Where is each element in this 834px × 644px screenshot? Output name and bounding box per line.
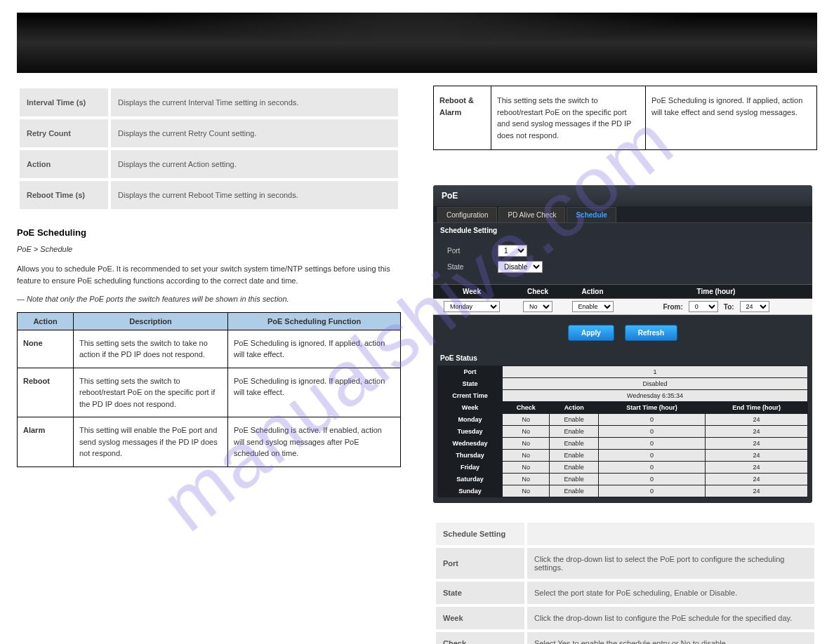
tab-pd-alive-check[interactable]: PD Alive Check [498, 207, 565, 222]
right-column: Reboot & AlarmThis setting sets the swit… [433, 86, 817, 644]
poe-app-screenshot: PoE Configuration PD Alive Check Schedul… [433, 185, 812, 503]
action-select[interactable]: Enable [572, 301, 614, 312]
stat-week-head: Week [438, 402, 503, 414]
stat-check: No [503, 474, 550, 485]
grey-label: Retry Count [18, 118, 110, 149]
stat-start: 0 [598, 426, 705, 438]
stat-day: Thursday [438, 450, 503, 462]
gh-time: Time (hour) [620, 285, 812, 298]
from-label: From: [663, 303, 682, 311]
stat-end: 24 [706, 438, 808, 450]
to-select[interactable]: 24 [740, 301, 769, 312]
stat-col-head: Start Time (hour) [598, 402, 705, 414]
stat-action: Enable [550, 485, 598, 497]
stat-day: Sunday [438, 485, 503, 497]
port-row: Port 1 [447, 245, 798, 257]
stat-end: 24 [706, 450, 808, 462]
app-tabs: Configuration PD Alive Check Schedule [433, 206, 812, 223]
grey-desc: Displays the current Retry Count setting… [110, 118, 399, 149]
stat-start: 0 [598, 462, 705, 474]
state-select[interactable]: Disable [498, 261, 543, 273]
settings-desc: Click the drop-down list to configure th… [526, 605, 816, 631]
stat-action: Enable [550, 438, 598, 450]
intro-para-2: — Note that only the PoE ports the switc… [17, 293, 401, 305]
stat-day: Tuesday [438, 426, 503, 438]
stat-start: 0 [598, 450, 705, 462]
stat-row-val: 1 [503, 366, 808, 378]
col-description: Description [74, 312, 228, 330]
stat-row-val: Wednesday 6:35:34 [503, 390, 808, 402]
stat-row-head: State [438, 378, 503, 390]
stat-check: No [503, 485, 550, 497]
schedule-grid-row: Monday No Enable From: 0 To: 24 [433, 299, 812, 315]
state-label: State [447, 263, 498, 271]
to-label: To: [724, 303, 734, 311]
stat-row-head: Port [438, 366, 503, 378]
apply-button[interactable]: Apply [568, 325, 614, 341]
stat-check: No [503, 462, 550, 474]
settings-label: Week [435, 605, 526, 631]
col-poe-func: PoE Scheduling Function [228, 312, 401, 330]
gh-check: Check [510, 285, 565, 298]
check-select[interactable]: No [523, 301, 552, 312]
action-cell: Reboot & Alarm [434, 86, 491, 150]
settings-desc: Select the port state for PoE scheduling… [526, 580, 816, 605]
app-title: PoE [433, 185, 812, 206]
desc-cell: This setting sets the switch to reboot/r… [74, 368, 228, 417]
stat-check: No [503, 414, 550, 426]
stat-action: Enable [550, 426, 598, 438]
grey-label: Action [18, 149, 110, 180]
stat-action: Enable [550, 462, 598, 474]
settings-label: Port [435, 546, 526, 580]
gh-action: Action [565, 285, 620, 298]
action-description-table: Action Description PoE Scheduling Functi… [17, 312, 401, 467]
poe-status-table: Port1StateDisabledCrrent TimeWednesday 6… [437, 365, 808, 497]
intro-para-2-note: — Note that only the PoE ports the switc… [17, 295, 289, 303]
settings-head-empty [526, 521, 816, 546]
from-select[interactable]: 0 [689, 301, 718, 312]
stat-end: 24 [706, 462, 808, 474]
intro-para-1: Allows you to schedule PoE. It is recomm… [17, 263, 401, 286]
poe-status-header: PoE Status [433, 351, 812, 365]
stat-action: Enable [550, 450, 598, 462]
grey-desc: Displays the current Interval Time setti… [110, 87, 399, 118]
action-cell: Alarm [18, 417, 74, 467]
schedule-settings-table: Schedule SettingPortClick the drop-down … [433, 520, 817, 644]
tab-configuration[interactable]: Configuration [437, 207, 497, 222]
settings-desc: Click the drop-down list to select the P… [526, 546, 816, 580]
stat-action: Enable [550, 414, 598, 426]
pd-alive-status-table: Interval Time (s)Displays the current In… [17, 86, 401, 212]
tab-schedule[interactable]: Schedule [567, 207, 616, 222]
func-cell: PoE Scheduling is active. If enabled, ac… [228, 417, 401, 467]
grey-desc: Displays the current Reboot Time setting… [110, 180, 399, 210]
stat-row-head: Crrent Time [438, 390, 503, 402]
port-select[interactable]: 1 [498, 245, 527, 257]
schedule-form: Port 1 State Disable [433, 238, 812, 284]
func-cell: PoE Scheduling is ignored. If applied, a… [228, 368, 401, 417]
stat-end: 24 [706, 485, 808, 497]
stat-end: 24 [706, 474, 808, 485]
stat-start: 0 [598, 485, 705, 497]
content-columns: Interval Time (s)Displays the current In… [17, 73, 817, 644]
state-row: State Disable [447, 261, 798, 273]
stat-end: 24 [706, 414, 808, 426]
top-banner [17, 13, 817, 73]
stat-action: Enable [550, 474, 598, 485]
settings-desc: Select Yes to enable the schedule entry … [526, 631, 816, 644]
stat-start: 0 [598, 474, 705, 485]
week-select[interactable]: Monday [444, 301, 500, 312]
stat-check: No [503, 426, 550, 438]
action-cell: None [18, 330, 74, 368]
refresh-button[interactable]: Refresh [625, 325, 677, 341]
settings-label: Check [435, 631, 526, 644]
func-cell: PoE Scheduling is ignored. If applied, a… [646, 86, 817, 150]
desc-cell: This setting sets the switch to reboot/r… [491, 86, 646, 150]
desc-cell: This setting will enable the PoE port an… [74, 417, 228, 467]
left-column: Interval Time (s)Displays the current In… [17, 86, 401, 644]
stat-end: 24 [706, 426, 808, 438]
schedule-setting-header: Schedule Setting [433, 223, 812, 238]
gh-week: Week [433, 285, 510, 298]
desc-cell: This setting sets the switch to take no … [74, 330, 228, 368]
settings-label: State [435, 580, 526, 605]
grey-label: Reboot Time (s) [18, 180, 110, 210]
